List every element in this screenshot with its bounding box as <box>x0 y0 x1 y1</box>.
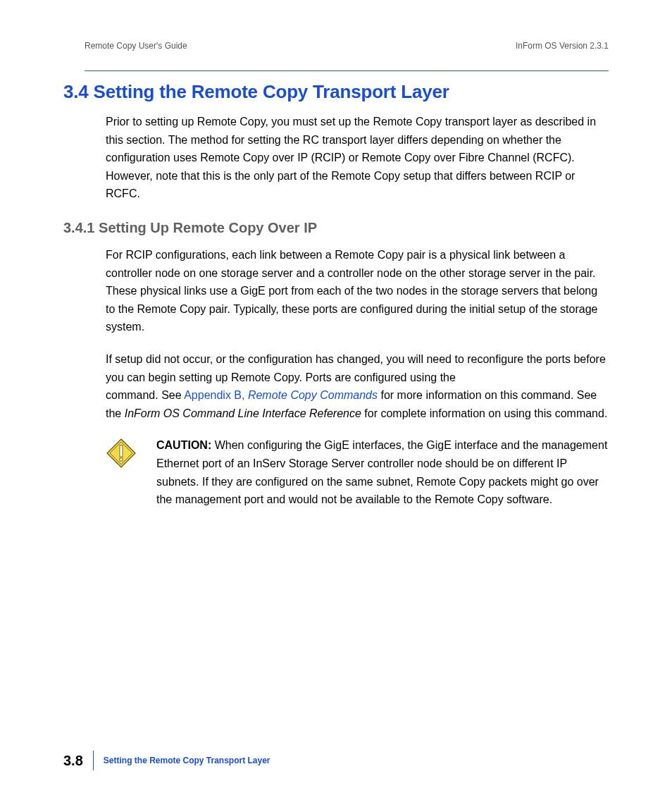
p2-command-placeholder <box>459 371 574 383</box>
caution-body: When configuring the GigE interfaces, th… <box>156 439 607 505</box>
section-intro-paragraph: Prior to setting up Remote Copy, you mus… <box>106 113 609 203</box>
footer-divider <box>93 751 94 770</box>
reference-title: InForm OS Command Line Interface Referen… <box>125 407 361 419</box>
footer-section-title: Setting the Remote Copy Transport Layer <box>104 756 270 765</box>
appendix-link-title[interactable]: Remote Copy Commands <box>248 389 378 401</box>
subsection-heading: 3.4.1 Setting Up Remote Copy Over IP <box>63 220 609 236</box>
subsection-paragraph-2: If setup did not occur, or the configura… <box>106 350 609 422</box>
section-heading: 3.4 Setting the Remote Copy Transport La… <box>63 81 609 103</box>
header-left: Remote Copy User's Guide <box>85 41 187 51</box>
subsection-paragraph-1: For RCIP configurations, each link betwe… <box>106 246 609 336</box>
caution-label: CAUTION: <box>156 439 211 451</box>
page-footer: 3.8 Setting the Remote Copy Transport La… <box>63 751 270 770</box>
caution-text: CAUTION: When configuring the GigE inter… <box>156 436 609 508</box>
caution-icon <box>106 438 137 476</box>
p2-text-d: for complete information on using this c… <box>361 407 608 419</box>
svg-rect-2 <box>120 445 123 457</box>
page-number: 3.8 <box>63 753 83 769</box>
svg-rect-3 <box>120 458 123 461</box>
appendix-link[interactable]: Appendix B, <box>184 389 248 401</box>
header-rule <box>85 70 609 71</box>
document-page: Remote Copy User's Guide InForm OS Versi… <box>0 0 672 807</box>
p2-text-b: command. See <box>106 389 184 401</box>
caution-block: CAUTION: When configuring the GigE inter… <box>106 436 609 508</box>
running-header: Remote Copy User's Guide InForm OS Versi… <box>85 41 609 51</box>
header-right: InForm OS Version 2.3.1 <box>516 41 609 51</box>
